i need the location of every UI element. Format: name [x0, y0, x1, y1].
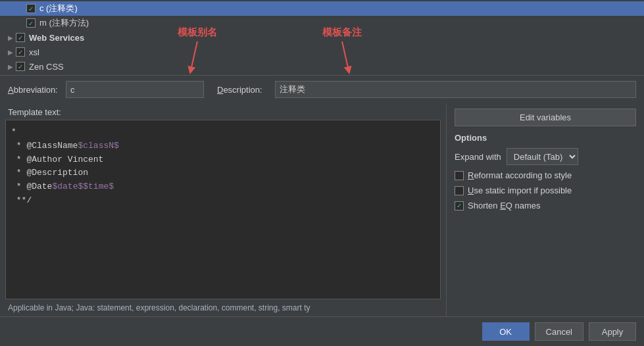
static-import-label: Use static import if possible [468, 185, 572, 195]
tree-arrow-zen-css: ▶ [5, 61, 16, 72]
tree-item-m[interactable]: ✓ m (注释方法) [0, 16, 644, 30]
abbreviation-input[interactable] [66, 81, 204, 98]
apply-button[interactable]: Apply [589, 322, 636, 341]
right-panel: Edit variables Options Expand with Defau… [447, 103, 644, 316]
tree-arrow-web-services: ▶ [5, 32, 16, 43]
static-import-checkbox[interactable] [455, 186, 464, 195]
tree-item-zen-css[interactable]: ▶ ✓ Zen CSS [0, 59, 644, 74]
template-line-5: * @Date $date$ $time$ [11, 180, 435, 194]
tree-label-xsl: xsl [29, 47, 39, 57]
checkbox-xsl[interactable]: ✓ [16, 47, 25, 57]
options-title: Options [455, 133, 636, 143]
tree-label-m: m (注释方法) [39, 17, 89, 29]
template-label: Template text: [0, 103, 446, 120]
dialog: ✓ c (注释类) ✓ m (注释方法) ▶ ✓ Web Services ▶ … [0, 0, 644, 346]
checkbox-c[interactable]: ✓ [26, 4, 36, 13]
checkbox-web-services[interactable]: ✓ [16, 33, 25, 42]
template-editor[interactable]: * * @ClassName $classN$ * @Author Vincen… [5, 120, 441, 299]
template-line-3: * @Author Vincent [11, 153, 435, 167]
tree-label-zen-css: Zen CSS [29, 62, 64, 72]
expand-with-select[interactable]: Default (Tab) Enter Space Tab [507, 148, 578, 165]
bottom-bar: OK Cancel Apply [0, 316, 644, 346]
tree-item-web-services[interactable]: ▶ ✓ Web Services [0, 30, 644, 45]
tree-arrow-xsl: ▶ [5, 47, 16, 57]
form-row: Abbreviation: Description: [8, 81, 636, 98]
main-area: Template text: * * @ClassName $classN$ *… [0, 103, 644, 316]
tree-label-c: c (注释类) [39, 3, 78, 14]
abbr-label: Abbreviation: [8, 85, 61, 95]
checkbox-m[interactable]: ✓ [26, 18, 36, 28]
tree-item-xsl[interactable]: ▶ ✓ xsl [0, 45, 644, 59]
options-group: Options Expand with Default (Tab) Enter … [455, 133, 636, 210]
tree-arrow-m [16, 18, 26, 28]
left-panel: Template text: * * @ClassName $classN$ *… [0, 103, 447, 316]
reformat-checkbox[interactable] [455, 171, 464, 180]
shorten-eq-label: Shorten EQ names [468, 201, 541, 210]
template-line-4: * @Description [11, 166, 435, 180]
desc-label: Description: [217, 85, 270, 95]
reformat-label: Reformat according to style [468, 170, 572, 180]
template-line-1: * [11, 126, 435, 139]
expand-label: Expand with [455, 152, 501, 162]
expand-row: Expand with Default (Tab) Enter Space Ta… [455, 148, 636, 165]
shorten-eq-row: ✓ Shorten EQ names [455, 201, 636, 210]
form-area: Abbreviation: Description: [0, 76, 644, 103]
tree-item-c[interactable]: ✓ c (注释类) [0, 1, 644, 16]
reformat-row: Reformat according to style [455, 170, 636, 180]
shorten-eq-checkbox[interactable]: ✓ [455, 201, 464, 210]
tree-arrow-c [16, 3, 26, 14]
edit-variables-button[interactable]: Edit variables [455, 109, 636, 126]
static-import-row: Use static import if possible [455, 185, 636, 195]
cancel-button[interactable]: Cancel [535, 322, 583, 341]
description-input[interactable] [275, 81, 636, 98]
tree-area: ✓ c (注释类) ✓ m (注释方法) ▶ ✓ Web Services ▶ … [0, 0, 644, 76]
tree-label-web-services: Web Services [29, 33, 84, 43]
template-line-2: * @ClassName $classN$ [11, 139, 435, 153]
ok-button[interactable]: OK [482, 322, 530, 341]
checkbox-zen-css[interactable]: ✓ [16, 62, 25, 71]
applicable-text: Applicable in Java; Java: statement, exp… [0, 299, 446, 316]
template-line-6: **/ [11, 194, 435, 208]
